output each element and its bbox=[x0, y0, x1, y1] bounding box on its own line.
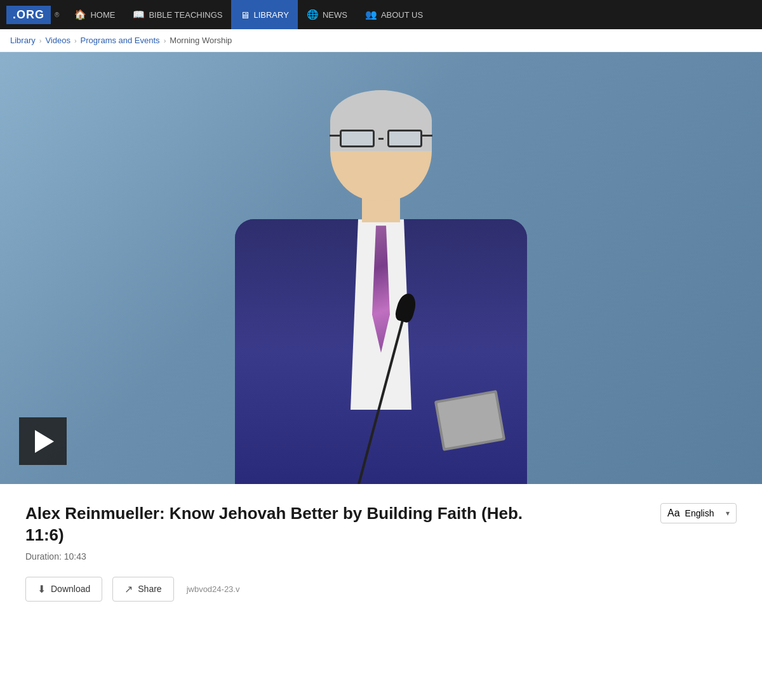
person-figure bbox=[203, 71, 559, 484]
download-button[interactable]: ⬇ Download bbox=[25, 577, 102, 602]
language-icon: Aa bbox=[667, 508, 680, 519]
nav-label-bible: BIBLE TEACHINGS bbox=[149, 10, 222, 20]
bible-book bbox=[434, 390, 505, 451]
site-logo[interactable]: .ORG bbox=[6, 6, 51, 24]
glasses-bridge bbox=[378, 138, 384, 140]
duration-value: 10:43 bbox=[64, 551, 86, 562]
video-duration: Duration: 10:43 bbox=[25, 551, 737, 562]
nav-list: 🏠 HOME 📖 BIBLE TEACHINGS 🖥 LIBRARY 🌐 NEW… bbox=[65, 0, 432, 29]
language-label: English bbox=[685, 508, 714, 518]
nav-item-home[interactable]: 🏠 HOME bbox=[65, 0, 124, 29]
breadcrumb-library[interactable]: Library bbox=[10, 36, 36, 45]
registered-mark: ® bbox=[55, 11, 59, 18]
library-icon: 🖥 bbox=[240, 10, 250, 20]
breadcrumb-sep-2: › bbox=[74, 37, 77, 44]
duration-label: Duration: bbox=[25, 551, 62, 562]
person-glasses bbox=[340, 128, 422, 149]
video-player[interactable] bbox=[0, 52, 762, 484]
play-button[interactable] bbox=[19, 417, 67, 465]
action-row: ⬇ Download ↗ Share jwbvod24-23.v bbox=[25, 577, 737, 602]
share-button[interactable]: ↗ Share bbox=[112, 577, 173, 602]
bible-icon: 📖 bbox=[133, 9, 145, 20]
news-icon: 🌐 bbox=[307, 9, 319, 20]
nav-label-news: NEWS bbox=[323, 10, 347, 20]
content-area: Alex Reinmueller: Know Jehovah Better by… bbox=[0, 484, 762, 627]
main-nav: .ORG ® 🏠 HOME 📖 BIBLE TEACHINGS 🖥 LIBRAR… bbox=[0, 0, 762, 29]
person-neck bbox=[362, 198, 400, 222]
breadcrumb-current: Morning Worship bbox=[170, 36, 232, 45]
person-body bbox=[235, 219, 527, 484]
breadcrumb-sep-1: › bbox=[39, 37, 42, 44]
nav-item-bible-teachings[interactable]: 📖 BIBLE TEACHINGS bbox=[124, 0, 231, 29]
breadcrumb-videos[interactable]: Videos bbox=[45, 36, 70, 45]
nav-item-about[interactable]: 👥 ABOUT US bbox=[356, 0, 432, 29]
language-selector[interactable]: Aa English ▾ bbox=[660, 503, 737, 523]
breadcrumb-programs[interactable]: Programs and Events bbox=[81, 36, 160, 45]
lens-right bbox=[387, 130, 422, 147]
lens-left bbox=[340, 130, 375, 147]
download-icon: ⬇ bbox=[37, 583, 46, 595]
share-label: Share bbox=[138, 584, 161, 594]
video-info: Alex Reinmueller: Know Jehovah Better by… bbox=[0, 484, 762, 627]
language-row: Aa English ▾ bbox=[660, 503, 737, 523]
nav-label-library: LIBRARY bbox=[253, 10, 288, 20]
breadcrumb-sep-3: › bbox=[164, 37, 166, 44]
nav-label-about: ABOUT US bbox=[381, 10, 423, 20]
bible-inner bbox=[437, 393, 502, 448]
video-title: Alex Reinmueller: Know Jehovah Better by… bbox=[25, 503, 533, 546]
download-label: Download bbox=[51, 584, 90, 594]
nav-item-library[interactable]: 🖥 LIBRARY bbox=[231, 0, 297, 29]
nav-item-news[interactable]: 🌐 NEWS bbox=[298, 0, 356, 29]
nav-label-home: HOME bbox=[90, 10, 115, 20]
file-id: jwbvod24-23.v bbox=[187, 584, 240, 594]
person-head bbox=[330, 90, 432, 201]
breadcrumb: Library › Videos › Programs and Events ›… bbox=[0, 29, 762, 52]
chevron-down-icon: ▾ bbox=[726, 509, 730, 518]
people-icon: 👥 bbox=[365, 9, 377, 20]
home-icon: 🏠 bbox=[74, 9, 86, 20]
video-background bbox=[0, 52, 762, 484]
play-icon bbox=[35, 430, 54, 453]
share-icon: ↗ bbox=[124, 583, 133, 595]
